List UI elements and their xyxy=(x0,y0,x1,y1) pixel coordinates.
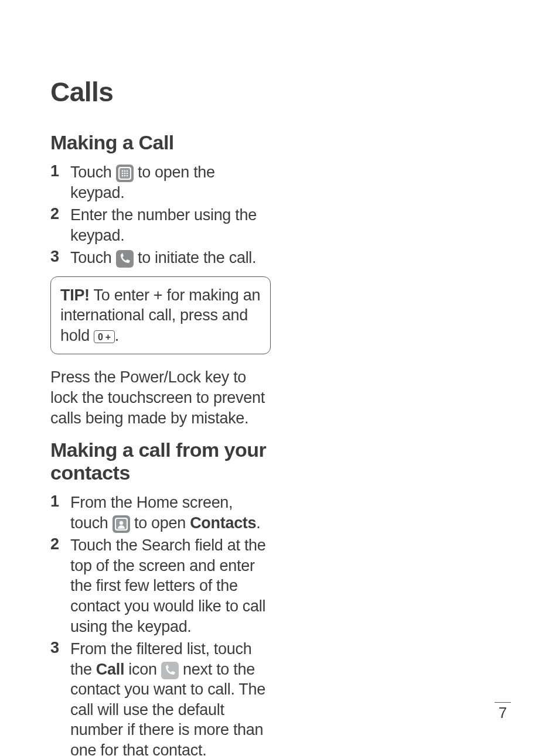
svg-point-9 xyxy=(124,175,125,177)
svg-point-4 xyxy=(126,170,128,172)
step-3: 3 From the filtered list, touch the Call… xyxy=(50,639,271,756)
step-number: 1 xyxy=(50,162,70,203)
svg-point-7 xyxy=(126,173,128,175)
svg-point-8 xyxy=(121,175,123,177)
svg-rect-11 xyxy=(116,250,134,268)
step-number: 2 xyxy=(50,535,70,637)
step-text: Touch the Search field at the top of the… xyxy=(70,535,271,637)
step-text: From the Home screen, touch to open Cont… xyxy=(70,492,271,533)
step-number: 2 xyxy=(50,205,70,245)
svg-point-5 xyxy=(121,173,123,175)
svg-point-6 xyxy=(124,173,125,175)
step-1: 1 Touch to open the keypad. xyxy=(50,162,271,203)
step-text: Touch to open the keypad. xyxy=(70,162,271,203)
step-3: 3 Touch to initiate the call. xyxy=(50,248,271,268)
call-icon xyxy=(161,662,179,679)
zero-plus-key-icon: 0 + xyxy=(94,330,115,343)
step-text: Enter the number using the keypad. xyxy=(70,205,271,245)
svg-point-2 xyxy=(121,170,123,172)
keypad-icon xyxy=(116,165,134,182)
section-making-call-title: Making a Call xyxy=(50,131,271,154)
svg-point-10 xyxy=(126,175,128,177)
call-icon xyxy=(116,250,134,268)
step-number: 1 xyxy=(50,492,70,533)
contacts-icon xyxy=(113,515,130,533)
page-number: 7 xyxy=(495,702,511,722)
section-call-from-contacts-title: Making a call from your contacts xyxy=(50,439,271,484)
step-2: 2 Enter the number using the keypad. xyxy=(50,205,271,245)
svg-rect-15 xyxy=(161,662,179,679)
step-text: Touch to initiate the call. xyxy=(70,248,271,268)
tip-box: TIP! To enter + for making an internatio… xyxy=(50,276,271,355)
page: Calls Making a Call 1 Touch to open the … xyxy=(0,0,559,756)
step-2: 2 Touch the Search field at the top of t… xyxy=(50,535,271,637)
tip-text: TIP! To enter + for making an internatio… xyxy=(60,285,261,346)
svg-point-3 xyxy=(124,170,125,172)
step-number: 3 xyxy=(50,639,70,756)
step-number: 3 xyxy=(50,248,70,268)
lock-note: Press the Power/Lock key to lock the tou… xyxy=(50,367,271,428)
step-1: 1 From the Home screen, touch to open Co… xyxy=(50,492,271,533)
svg-point-14 xyxy=(120,521,123,525)
step-text: From the filtered list, touch the Call i… xyxy=(70,639,271,756)
page-title: Calls xyxy=(50,76,271,108)
